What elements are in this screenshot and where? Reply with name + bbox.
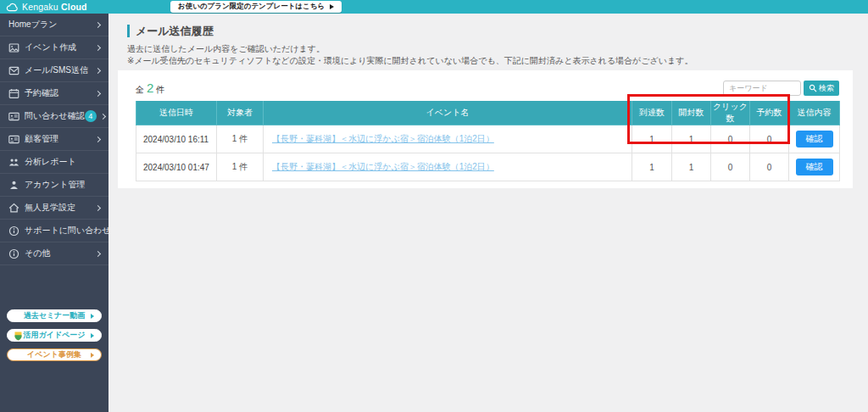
info-icon bbox=[8, 225, 19, 237]
plan-template-banner-button[interactable]: お使いのプラン限定のテンプレートはこちら bbox=[170, 1, 342, 13]
col-delivered: 到達数 bbox=[632, 101, 672, 125]
sidebar: Homeプラン イベント作成 メール/SMS送信 予約確認 bbox=[0, 14, 108, 412]
sidebar-item-inquiry-check[interactable]: 問い合わせ確認 4 bbox=[0, 105, 108, 128]
total-count-number: 2 bbox=[147, 81, 153, 95]
arrow-right-icon bbox=[91, 314, 94, 319]
banner-label: お使いのプラン限定のテンプレートはこちら bbox=[178, 2, 325, 12]
chevron-right-icon bbox=[100, 113, 106, 119]
sidebar-item-others[interactable]: その他 bbox=[0, 242, 108, 265]
chevron-right-icon bbox=[95, 67, 101, 73]
sidebar-item-event-create[interactable]: イベント作成 bbox=[0, 36, 108, 59]
search-button[interactable]: 検索 bbox=[804, 81, 839, 96]
event-link[interactable]: 【長野・蓼科湖】＜水辺に浮かぶ宿＞宿泊体験（1泊2日） bbox=[272, 134, 494, 143]
sidebar-item-home-plan[interactable]: Homeプラン bbox=[0, 14, 108, 36]
col-content: 送信内容 bbox=[789, 101, 840, 125]
page-description-line1: 過去に送信したメール内容をご確認いただけます。 bbox=[127, 43, 868, 55]
confirm-button[interactable]: 確認 bbox=[796, 131, 833, 148]
history-card: 全2件 検索 送信日時 bbox=[118, 70, 853, 188]
target-count: 1 件 bbox=[217, 153, 264, 181]
reserved-count: 0 bbox=[750, 125, 789, 153]
sent-datetime: 2024/03/10 16:11 bbox=[136, 125, 217, 153]
target-count: 1 件 bbox=[217, 125, 264, 153]
col-sent-datetime: 送信日時 bbox=[136, 101, 217, 125]
app-window: Kengaku Cloud お使いのプラン限定のテンプレートはこちら Homeプ… bbox=[0, 0, 868, 412]
col-target: 対象者 bbox=[217, 101, 264, 125]
arrow-right-icon bbox=[91, 333, 94, 338]
id-card-icon bbox=[8, 134, 19, 145]
delivered-count: 1 bbox=[632, 153, 672, 181]
opened-count: 1 bbox=[672, 153, 711, 181]
col-clicked: クリック数 bbox=[711, 101, 750, 125]
table-header-row: 送信日時 対象者 イベント名 到達数 開封数 クリック数 予約数 送信内容 bbox=[136, 101, 840, 125]
chevron-right-icon bbox=[95, 21, 101, 27]
search-box: 検索 bbox=[723, 81, 839, 96]
sidebar-item-mail-sms[interactable]: メール/SMS送信 bbox=[0, 59, 108, 82]
page-description-line2: ※メール受信先のセキュリティソフトなどの設定・環境により実際に開封されていない場… bbox=[127, 55, 868, 67]
clicked-count: 0 bbox=[711, 153, 750, 181]
id-card-icon bbox=[8, 111, 19, 122]
users-icon bbox=[8, 157, 19, 168]
past-seminar-video-button[interactable]: 過去セミナー動画 bbox=[7, 309, 102, 322]
arrow-right-icon bbox=[91, 353, 94, 358]
chevron-right-icon bbox=[95, 250, 101, 256]
sidebar-item-reservation-check[interactable]: 予約確認 bbox=[0, 82, 108, 105]
mail-history-table: 送信日時 対象者 イベント名 到達数 開封数 クリック数 予約数 送信内容 20… bbox=[136, 101, 840, 181]
calendar-icon bbox=[8, 88, 19, 99]
sidebar-item-analytics-report[interactable]: 分析レポート bbox=[0, 151, 108, 174]
brand-name: Kengaku Cloud bbox=[22, 2, 87, 12]
sidebar-item-unmanned-tour-settings[interactable]: 無人見学設定 bbox=[0, 197, 108, 220]
sidebar-item-customer-management[interactable]: 顧客管理 bbox=[0, 128, 108, 151]
notification-badge: 4 bbox=[85, 110, 97, 122]
col-reserved: 予約数 bbox=[750, 101, 789, 125]
usage-guide-button[interactable]: 活用ガイドページ bbox=[7, 329, 102, 342]
beginner-mark-icon bbox=[14, 331, 22, 342]
sent-datetime: 2024/03/10 01:47 bbox=[136, 153, 217, 181]
arrow-right-icon bbox=[330, 4, 334, 9]
chevron-right-icon bbox=[95, 204, 101, 210]
table-row: 2024/03/10 16:11 1 件 【長野・蓼科湖】＜水辺に浮かぶ宿＞宿泊… bbox=[136, 125, 840, 153]
user-icon bbox=[8, 180, 19, 191]
chevron-right-icon bbox=[95, 44, 101, 50]
delivered-count: 1 bbox=[632, 125, 672, 153]
chevron-right-icon bbox=[95, 136, 101, 142]
cloud-icon bbox=[6, 3, 19, 12]
opened-count: 1 bbox=[672, 125, 711, 153]
reserved-count: 0 bbox=[750, 153, 789, 181]
page-title: メール送信履歴 bbox=[127, 25, 868, 37]
table-row: 2024/03/10 01:47 1 件 【長野・蓼科湖】＜水辺に浮かぶ宿＞宿泊… bbox=[136, 153, 840, 181]
top-bar: Kengaku Cloud お使いのプラン限定のテンプレートはこちら bbox=[0, 0, 868, 14]
info-icon bbox=[8, 248, 19, 259]
sidebar-item-contact-support[interactable]: サポートに問い合わせ bbox=[0, 220, 108, 242]
sidebar-item-account-management[interactable]: アカウント管理 bbox=[0, 174, 108, 197]
confirm-button[interactable]: 確認 bbox=[796, 159, 833, 175]
keyword-search-input[interactable] bbox=[723, 81, 801, 96]
chevron-right-icon bbox=[95, 90, 101, 96]
event-link[interactable]: 【長野・蓼科湖】＜水辺に浮かぶ宿＞宿泊体験（1泊2日） bbox=[272, 162, 494, 171]
col-opened: 開封数 bbox=[672, 101, 711, 125]
total-count: 全2件 bbox=[136, 81, 164, 96]
image-icon bbox=[8, 42, 19, 53]
search-icon bbox=[809, 84, 817, 92]
envelope-icon bbox=[8, 65, 19, 76]
main-content: メール送信履歴 過去に送信したメール内容をご確認いただけます。 ※メール受信先の… bbox=[108, 14, 868, 412]
brand-logo[interactable]: Kengaku Cloud bbox=[0, 0, 108, 14]
event-case-studies-button[interactable]: イベント事例集 bbox=[7, 348, 102, 361]
col-event-name: イベント名 bbox=[264, 101, 632, 125]
clicked-count: 0 bbox=[711, 125, 750, 153]
home-icon bbox=[8, 203, 19, 214]
